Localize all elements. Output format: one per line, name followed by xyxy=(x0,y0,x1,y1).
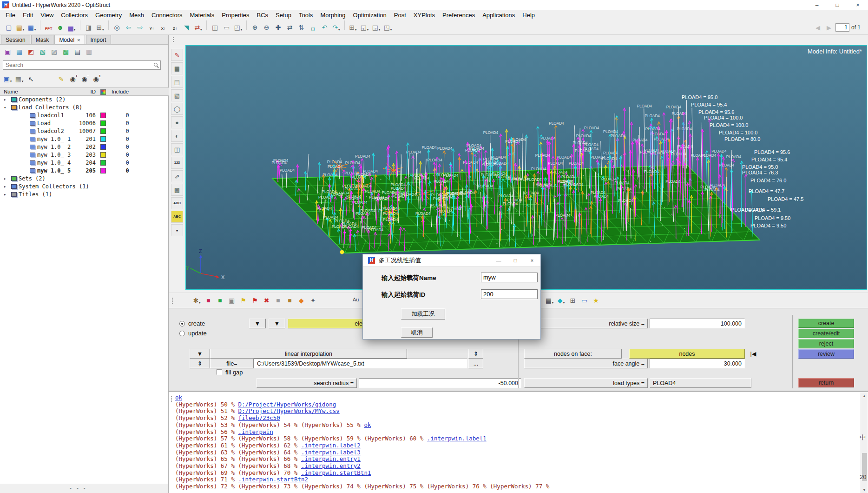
browse-button[interactable]: ... xyxy=(468,359,483,368)
window-split-icon[interactable]: ◫ xyxy=(210,22,220,33)
attribute-filter-icon[interactable]: ▦▾ xyxy=(14,73,25,85)
entity-filter-icon[interactable]: ▣▾ xyxy=(2,73,13,85)
part-browser-icon[interactable]: ▤ xyxy=(72,46,83,57)
magenta-cube-icon[interactable]: ■ xyxy=(203,295,214,306)
save-model-icon[interactable]: ▦▾ xyxy=(26,22,37,33)
edit-mode-icon[interactable]: ✎ xyxy=(56,73,66,85)
notes-icon[interactable]: ✎ xyxy=(171,49,183,61)
options-icon[interactable]: ✱▾ xyxy=(191,295,202,306)
minimize-button[interactable]: – xyxy=(807,0,827,10)
mesh-lines-icon[interactable]: ▤ xyxy=(171,76,183,88)
menu-geometry[interactable]: Geometry xyxy=(92,10,125,20)
assembly-icon[interactable]: ▦▾ xyxy=(544,295,555,306)
color-chip[interactable] xyxy=(100,113,106,118)
rotate-icon[interactable]: ⇄ xyxy=(284,22,295,33)
hide-entities-icon[interactable]: ◉− xyxy=(79,73,90,85)
background-color-icon[interactable]: ▪ xyxy=(171,224,183,236)
review-button[interactable]: review xyxy=(798,349,854,359)
organize-panel-icon[interactable]: ◨ xyxy=(83,22,94,33)
tab-model[interactable]: Model× xyxy=(54,35,85,44)
menu-connectors[interactable]: Connectors xyxy=(148,10,186,20)
page-forward-icon[interactable]: ▶ xyxy=(824,24,834,31)
color-chip[interactable] xyxy=(100,168,106,173)
menu-setup[interactable]: Setup xyxy=(272,10,295,20)
cancel-button[interactable]: 取消 xyxy=(401,327,433,338)
tree-row-loadcol1[interactable]: loadcol11060 xyxy=(0,112,168,120)
tree-row-loadcol2[interactable]: loadcol2100070 xyxy=(0,127,168,135)
page-layout-2-icon[interactable]: ◱▾ xyxy=(359,22,370,33)
face-angle-toggle[interactable]: face angle = xyxy=(524,359,648,368)
tan-cube-icon[interactable]: ■ xyxy=(284,295,295,306)
undo-view-icon[interactable]: ↶ xyxy=(319,22,330,33)
export-ppt-icon[interactable]: PPT xyxy=(43,23,54,34)
green-cube-icon[interactable]: ■ xyxy=(215,295,225,306)
graphics-viewport[interactable]: PLOAD4PLOAD4PLOAD4PLOAD4PLOAD4PLOAD4PLOA… xyxy=(185,45,867,290)
update-radio-label[interactable]: update xyxy=(188,330,207,337)
vectors-display-icon[interactable]: ⇗ xyxy=(171,170,183,182)
numbers-display-icon[interactable]: 123 xyxy=(171,157,183,169)
grid-display-icon[interactable]: ▩ xyxy=(171,184,183,196)
select-arrow-icon[interactable]: ↖ xyxy=(26,73,36,85)
expander-icon[interactable]: ▸ xyxy=(4,192,6,197)
show-entities-icon[interactable]: ◉+ xyxy=(67,73,78,85)
color-chip[interactable] xyxy=(100,152,106,158)
view-forward-icon[interactable]: ⇨ xyxy=(135,22,145,33)
menu-file[interactable]: File xyxy=(2,10,19,20)
drag-handle-icon[interactable] xyxy=(172,37,174,43)
color-chip[interactable] xyxy=(100,128,106,134)
session-monitor-icon[interactable]: ▭ xyxy=(579,295,590,306)
color-chip[interactable] xyxy=(100,136,106,142)
menu-morphing[interactable]: Morphing xyxy=(316,10,349,20)
set-browser-icon[interactable]: ▩ xyxy=(60,46,71,57)
section-cut-icon[interactable]: ◫ xyxy=(171,143,183,155)
create-radio-label[interactable]: create xyxy=(188,320,205,327)
menu-tools[interactable]: Tools xyxy=(295,10,316,20)
menu-materials[interactable]: Materials xyxy=(186,10,218,20)
menu-applications[interactable]: Applications xyxy=(479,10,519,20)
command-window[interactable]: ok(HyperWorks) 50 % D:/Project/HyperWork… xyxy=(169,391,868,493)
face-angle-input[interactable]: 30.000 xyxy=(650,359,745,368)
search-radius-toggle[interactable]: search radius = xyxy=(256,378,357,388)
color-chip[interactable] xyxy=(100,144,106,150)
open-model-icon[interactable]: ▤▾ xyxy=(15,22,26,33)
menu-optimization[interactable]: Optimization xyxy=(349,10,390,20)
page-layout-3-icon[interactable]: ◲▾ xyxy=(371,22,381,33)
browser-resize-grip[interactable]: • • • xyxy=(70,486,87,491)
tab-import[interactable]: Import xyxy=(86,35,111,44)
pan-icon[interactable]: ✚ xyxy=(273,22,283,33)
create-radio[interactable] xyxy=(179,321,185,326)
view-browser-icon[interactable]: ▧ xyxy=(37,46,48,57)
favorites-icon[interactable]: ★ xyxy=(591,295,601,306)
connector-browser-icon[interactable]: ▥ xyxy=(84,46,94,57)
load-id-input[interactable] xyxy=(481,289,538,299)
user-icon[interactable]: ☻ xyxy=(55,22,66,33)
expander-icon[interactable]: ▸ xyxy=(4,97,6,102)
relative-size-input[interactable]: 100.000 xyxy=(650,319,745,328)
feature-lines-icon[interactable]: ▧ xyxy=(171,89,183,101)
morph-tool-icon[interactable]: ✦ xyxy=(308,295,318,306)
create-edit-button[interactable]: create/edit xyxy=(798,329,854,338)
menu-properties[interactable]: Properties xyxy=(218,10,253,20)
menu-xyplots[interactable]: XYPlots xyxy=(410,10,439,20)
color-chip[interactable] xyxy=(100,120,106,126)
isolate-entities-icon[interactable]: ◉1 xyxy=(91,73,101,85)
entity-type-dropdown[interactable]: ▼ xyxy=(249,319,266,328)
tree-row-load-collectors-8[interactable]: ▾Load Collectors (8) xyxy=(0,104,168,112)
page-layout-4-icon[interactable]: ◳▾ xyxy=(382,22,393,33)
tree-row-myw-1-0-2[interactable]: myw 1.0_ 22020 xyxy=(0,143,168,151)
load-type-button[interactable]: PLOAD4 xyxy=(650,378,751,388)
menu-collectors[interactable]: Collectors xyxy=(57,10,92,20)
braces-icon[interactable]: { } xyxy=(308,23,318,34)
zoom-in-icon[interactable]: ⊕ xyxy=(250,22,260,33)
tree-row-myw-1-0-5[interactable]: myw 1.0_ 52050 xyxy=(0,167,168,175)
maximize-button[interactable]: □ xyxy=(827,0,848,10)
return-button[interactable]: return xyxy=(798,378,854,387)
labels-display-icon[interactable]: ABC xyxy=(171,197,183,209)
drag-handle-icon[interactable] xyxy=(171,395,172,402)
checker-cube-icon[interactable]: ▣ xyxy=(226,295,237,306)
dialog-maximize-button[interactable]: □ xyxy=(507,254,524,266)
fill-gap-label[interactable]: fill gap xyxy=(225,369,243,376)
view-left-icon[interactable]: X↑ xyxy=(158,23,169,34)
view-iso-icon[interactable]: ◥ xyxy=(181,22,192,33)
charts-icon[interactable]: ▅▾ xyxy=(66,22,77,33)
